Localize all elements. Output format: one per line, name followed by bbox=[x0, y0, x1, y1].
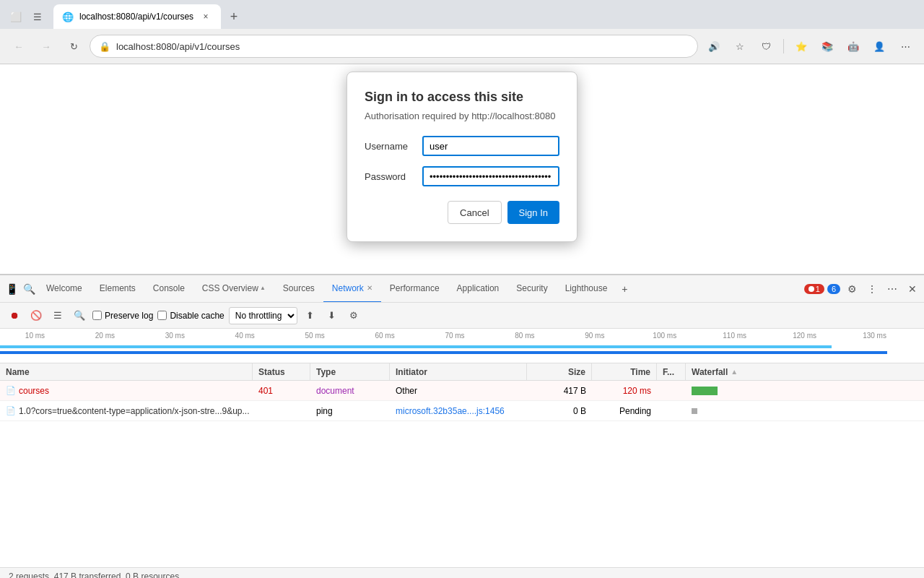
initiator-link-2[interactable]: microsoft.32b35ae....js:1456 bbox=[396, 406, 505, 416]
preserve-log-input[interactable] bbox=[92, 311, 102, 320]
tab-application[interactable]: Application bbox=[448, 275, 508, 303]
tab-css-overview[interactable]: CSS Overview ▲ bbox=[193, 275, 274, 303]
timeline-label-4: 40 ms bbox=[210, 332, 280, 340]
password-label: Password bbox=[365, 171, 422, 182]
clear-button[interactable]: 🚫 bbox=[27, 307, 45, 324]
timeline-labels: 10 ms 20 ms 30 ms 40 ms 50 ms 60 ms 70 m… bbox=[0, 332, 910, 340]
cell-status-1: 401 bbox=[253, 381, 310, 400]
password-input[interactable] bbox=[422, 166, 559, 186]
cell-time-1: 120 ms bbox=[592, 381, 657, 400]
add-tab-button[interactable]: + bbox=[616, 280, 633, 298]
vertical-tabs-icon[interactable]: ☰ bbox=[27, 7, 48, 27]
nav-bar: ← → ↻ 🔒 localhost:8080/api/v1/courses 🔊 … bbox=[0, 29, 924, 64]
address-bar[interactable]: 🔒 localhost:8080/api/v1/courses bbox=[90, 35, 698, 58]
tab-favicon: 🌐 bbox=[62, 11, 74, 22]
timeline-label-9: 90 ms bbox=[559, 332, 629, 340]
search-button[interactable]: 🔍 bbox=[71, 307, 88, 324]
header-type: Type bbox=[310, 363, 390, 380]
throttle-select[interactable]: No throttling Slow 3G Fast 3G Offline bbox=[229, 307, 297, 324]
timeline-label-3: 30 ms bbox=[140, 332, 210, 340]
tab-performance[interactable]: Performance bbox=[381, 275, 448, 303]
tab-close-button[interactable]: × bbox=[199, 10, 212, 23]
timeline-label-7: 70 ms bbox=[420, 332, 490, 340]
tab-elements[interactable]: Elements bbox=[91, 275, 144, 303]
waterfall-bar-green bbox=[692, 387, 718, 395]
error-dot bbox=[808, 286, 814, 292]
tab-console[interactable]: Console bbox=[144, 275, 193, 303]
disable-cache-input[interactable] bbox=[157, 311, 167, 320]
settings-button[interactable]: ⋯ bbox=[894, 35, 917, 58]
tab-network-close[interactable]: ✕ bbox=[367, 284, 372, 292]
devtools-more-icon[interactable]: ⋯ bbox=[884, 280, 901, 298]
export-har-button[interactable]: ⬇ bbox=[323, 307, 341, 324]
disable-cache-checkbox[interactable]: Disable cache bbox=[157, 311, 224, 321]
devtools-settings-icon[interactable]: ⚙ bbox=[843, 280, 860, 298]
table-row[interactable]: 📄 1.0?cors=true&content-type=application… bbox=[0, 401, 924, 421]
cell-initiator-1: Other bbox=[390, 381, 527, 400]
cell-waterfall-1 bbox=[686, 381, 924, 400]
new-tab-button[interactable]: + bbox=[224, 7, 244, 27]
cell-initiator-2: microsoft.32b35ae....js:1456 bbox=[390, 401, 527, 420]
filter-button[interactable]: ☰ bbox=[49, 307, 66, 324]
file-icon-1: 📄 bbox=[6, 386, 16, 395]
signin-button[interactable]: Sign In bbox=[507, 201, 559, 224]
cell-status-2 bbox=[253, 401, 310, 420]
active-tab[interactable]: 🌐 localhost:8080/api/v1/courses × bbox=[53, 4, 221, 29]
copilot-button[interactable]: 🤖 bbox=[842, 35, 865, 58]
cell-f-1 bbox=[657, 381, 686, 400]
import-har-button[interactable]: ⬆ bbox=[302, 307, 319, 324]
browser-chrome: ⬜ ☰ 🌐 localhost:8080/api/v1/courses × + … bbox=[0, 0, 924, 64]
refresh-button[interactable]: ↻ bbox=[62, 35, 85, 58]
back-button[interactable]: ← bbox=[7, 35, 30, 58]
favorites-bar-button[interactable]: ⭐ bbox=[790, 35, 813, 58]
tab-bar: ⬜ ☰ 🌐 localhost:8080/api/v1/courses × + bbox=[0, 0, 924, 29]
timeline-response-bar bbox=[0, 351, 887, 354]
timeline-label-11: 110 ms bbox=[699, 332, 770, 340]
timeline-label-8: 80 ms bbox=[489, 332, 559, 340]
tab-manager-icon[interactable]: ⬜ bbox=[6, 7, 26, 27]
warning-badge: 6 bbox=[827, 284, 840, 294]
tab-welcome[interactable]: Welcome bbox=[38, 275, 91, 303]
css-overview-triangle-icon: ▲ bbox=[260, 285, 266, 291]
waterfall-sort-icon: ▲ bbox=[731, 368, 738, 376]
username-field: Username bbox=[365, 136, 559, 156]
timeline-label-2: 20 ms bbox=[70, 332, 140, 340]
cell-name-1: 📄 courses bbox=[0, 381, 253, 400]
timeline-label-12: 120 ms bbox=[770, 332, 840, 340]
preserve-log-checkbox[interactable]: Preserve log bbox=[92, 311, 153, 321]
favorites-button[interactable]: ☆ bbox=[728, 35, 751, 58]
tab-lighthouse[interactable]: Lighthouse bbox=[557, 275, 616, 303]
forward-button[interactable]: → bbox=[35, 35, 58, 58]
devtools-inspect-icon[interactable]: 🔍 bbox=[20, 280, 38, 298]
page-content: Sign in to access this site Authorisatio… bbox=[0, 64, 924, 274]
timeline-label-5: 50 ms bbox=[280, 332, 350, 340]
network-table: Name Status Type Initiator Size Time F..… bbox=[0, 363, 924, 567]
table-row[interactable]: 📄 courses 401 document Other 417 B 120 m… bbox=[0, 381, 924, 401]
header-name: Name bbox=[0, 363, 253, 380]
devtools-close-icon[interactable]: ✕ bbox=[904, 280, 921, 298]
file-icon-2: 📄 bbox=[6, 406, 16, 415]
read-aloud-button[interactable]: 🔊 bbox=[702, 35, 725, 58]
timeline-request-bar bbox=[0, 345, 832, 348]
cell-name-2: 📄 1.0?cors=true&content-type=application… bbox=[0, 401, 253, 420]
record-button[interactable]: ⏺ bbox=[6, 307, 23, 324]
tab-sources[interactable]: Sources bbox=[274, 275, 323, 303]
collections-button[interactable]: 📚 bbox=[816, 35, 839, 58]
devtools-dock-icon[interactable]: ⋮ bbox=[863, 280, 881, 298]
requests-count: 2 requests bbox=[9, 571, 49, 579]
username-input[interactable] bbox=[422, 136, 559, 156]
table-body: 📄 courses 401 document Other 417 B 120 m… bbox=[0, 381, 924, 567]
profile-button[interactable]: 👤 bbox=[868, 35, 891, 58]
password-field: Password bbox=[365, 166, 559, 186]
header-status: Status bbox=[253, 363, 310, 380]
cell-waterfall-2 bbox=[686, 401, 924, 420]
tab-network[interactable]: Network ✕ bbox=[323, 275, 381, 303]
tab-security[interactable]: Security bbox=[507, 275, 556, 303]
devtools-device-icon[interactable]: 📱 bbox=[3, 280, 20, 298]
header-f: F... bbox=[657, 363, 686, 380]
cell-time-2: Pending bbox=[592, 401, 657, 420]
cell-type-2: ping bbox=[310, 401, 390, 420]
cancel-button[interactable]: Cancel bbox=[448, 201, 501, 224]
clear-cache-button[interactable]: ⚙ bbox=[345, 307, 362, 324]
browser-essentials-button[interactable]: 🛡 bbox=[754, 35, 777, 58]
